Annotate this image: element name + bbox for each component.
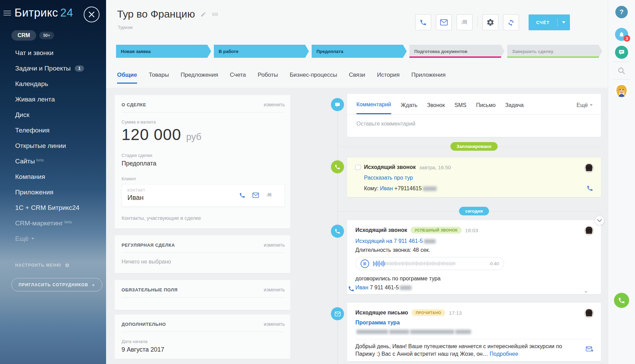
collapse-chevron-button[interactable] <box>595 216 604 225</box>
call-pinned-icon[interactable]: 📌︎ <box>348 285 585 292</box>
phone-icon <box>419 19 427 26</box>
email-status-badge: ПРОЧИТАНО <box>412 309 445 316</box>
sync-button[interactable] <box>503 14 519 30</box>
logo-text: Битрикс <box>14 6 58 19</box>
sidebar-menu: Чат и звонки Задачи и Проекты1 Календарь… <box>0 45 106 246</box>
call-duration: Длительность звонка: 48 сек. <box>355 247 430 253</box>
sidebar-item-calendar[interactable]: Календарь <box>0 76 106 92</box>
bitrix24-crm-deal-page: Битрикс24 CRM 50+ Чат и звонки Задачи и … <box>0 0 635 364</box>
invoice-dropdown-caret[interactable] <box>558 21 570 23</box>
sync-icon <box>507 19 515 26</box>
email-entry-icon <box>331 307 344 320</box>
crm-row: CRM 50+ <box>11 30 54 41</box>
header-actions: СЧЁТ <box>415 14 570 30</box>
compose-tab-letter[interactable]: Письмо <box>476 102 496 114</box>
sidebar-item-telephony[interactable]: Телефония <box>0 122 106 138</box>
avatar[interactable] <box>584 163 594 173</box>
envelope-icon <box>440 19 448 26</box>
logo[interactable]: Битрикс24 <box>14 6 73 19</box>
tab-invoices[interactable]: Счета <box>230 72 246 84</box>
waveform[interactable] <box>373 259 485 268</box>
comment-input[interactable]: Оставьте комментарий <box>347 115 601 133</box>
tab-bizproc[interactable]: Бизнес-процессы <box>290 72 337 84</box>
stage-prepayment[interactable]: Предоплата <box>312 45 407 58</box>
sidebar-item-chat[interactable]: Чат и звонки <box>0 45 106 61</box>
chat-button[interactable] <box>457 14 472 30</box>
right-toolbar: ? 3 <box>608 0 635 364</box>
link-icon[interactable] <box>212 11 218 18</box>
tab-general[interactable]: Общие <box>117 72 137 84</box>
invoice-split-button[interactable]: СЧЁТ <box>529 14 570 30</box>
call-direction-link[interactable]: Исходящий на 7 911 461-5 <box>355 238 423 244</box>
invoice-button-label[interactable]: СЧЁТ <box>529 20 557 25</box>
compose-tab-comment[interactable]: Комментарий <box>356 101 391 114</box>
sidebar-item-apps[interactable]: Приложения <box>0 184 106 200</box>
call-subject-link[interactable]: Рассказать про тур <box>364 175 413 181</box>
user-avatar[interactable] <box>615 83 628 97</box>
sidebar-item-sites[interactable]: Сайтыbeta <box>0 153 106 169</box>
call-status-badge: УСПЕШНЫЙ ЗВОНОК <box>410 227 462 234</box>
page-title: Тур во Францию <box>117 8 195 20</box>
complete-checkbox[interactable] <box>355 165 361 170</box>
compose-tab-more[interactable]: Ещё <box>576 102 593 114</box>
question-icon: ? <box>620 8 624 16</box>
tab-robots[interactable]: Роботы <box>258 72 278 84</box>
gear-icon <box>486 18 495 26</box>
pause-button[interactable] <box>361 259 369 268</box>
tab-apps[interactable]: Приложения <box>412 72 446 84</box>
call-button[interactable] <box>415 14 431 30</box>
stage-in-progress[interactable]: В работе <box>214 45 309 58</box>
crm-counter-badge: 50+ <box>39 32 54 39</box>
planned-call-card: Исходящий звонок завтра, 16:50 Рассказат… <box>347 158 601 197</box>
compose-tab-sms[interactable]: SMS <box>455 102 467 114</box>
sidebar-item-openlines[interactable]: Открытые линии <box>0 138 106 153</box>
timeline-compose-card: Комментарий Ждать Звонок SMS Письмо Зада… <box>347 94 601 137</box>
menu-burger-icon[interactable] <box>3 9 11 17</box>
sidebar-item-crm[interactable]: CRM <box>11 30 36 41</box>
sidebar-item-more[interactable]: Ещё <box>0 231 106 246</box>
redacted-email-address <box>355 329 593 335</box>
email-subject-link[interactable]: Программа тура <box>355 320 400 325</box>
search-button[interactable] <box>617 66 626 75</box>
sidebar-item-crm-marketing[interactable]: CRM-маркетингbeta <box>0 215 106 231</box>
quick-call-button[interactable] <box>614 293 629 308</box>
compose-tab-wait[interactable]: Ждать <box>401 102 417 114</box>
close-menu-button[interactable] <box>84 7 100 22</box>
sidebar-item-company[interactable]: Компания <box>0 169 106 184</box>
sidebar-item-tasks[interactable]: Задачи и Проекты1 <box>0 61 106 76</box>
tab-links[interactable]: Связи <box>349 72 365 84</box>
entry-time: 17:13 <box>449 310 462 316</box>
entry-time: 18:03 <box>465 227 478 233</box>
avatar[interactable] <box>584 308 594 318</box>
call-now-icon[interactable] <box>586 185 593 192</box>
read-more-link[interactable]: Подробнее <box>490 351 518 357</box>
invite-employees-button[interactable]: ПРИГЛАСИТЬ СОТРУДНИКОВ+ <box>11 278 102 291</box>
stage-new[interactable]: Новая заявка <box>116 45 211 58</box>
notifications-button[interactable]: 3 <box>615 28 628 41</box>
compose-tab-call[interactable]: Звонок <box>427 102 445 114</box>
planned-group-badge: Запланировано <box>347 142 601 151</box>
help-button[interactable]: ? <box>615 6 628 18</box>
stage-close[interactable]: Завершить сделку <box>507 45 602 58</box>
edit-title-icon[interactable] <box>200 11 206 17</box>
stage-documents[interactable]: Подготовка документов <box>409 45 504 58</box>
outgoing-email-card: Исходящее письмо ПРОЧИТАНО 17:13 Програм… <box>347 303 601 361</box>
sidebar-item-disk[interactable]: Диск <box>0 107 106 122</box>
sidebar-item-1c-crm[interactable]: 1C + CRM Битрикс24 <box>0 200 106 215</box>
avatar[interactable] <box>584 226 594 236</box>
settings-button[interactable] <box>482 14 498 30</box>
audio-player: -0:40 <box>355 257 504 270</box>
deal-type-label: Туризм <box>118 25 133 30</box>
tab-history[interactable]: История <box>377 72 400 84</box>
messenger-button[interactable] <box>615 46 628 59</box>
sidebar-item-feed[interactable]: Живая лента <box>0 92 106 107</box>
contact-link[interactable]: Иван <box>380 185 393 191</box>
email-button[interactable] <box>436 14 452 30</box>
tab-products[interactable]: Товары <box>149 72 169 84</box>
send-email-icon[interactable] <box>586 346 593 352</box>
plus-icon: + <box>92 282 95 288</box>
call-note: договорились по программе тура <box>355 276 440 281</box>
configure-menu-button[interactable]: НАСТРОИТЬ МЕНЮ <box>15 263 70 268</box>
tab-quotes[interactable]: Предложения <box>180 72 218 84</box>
compose-tab-task[interactable]: Задача <box>505 102 524 114</box>
